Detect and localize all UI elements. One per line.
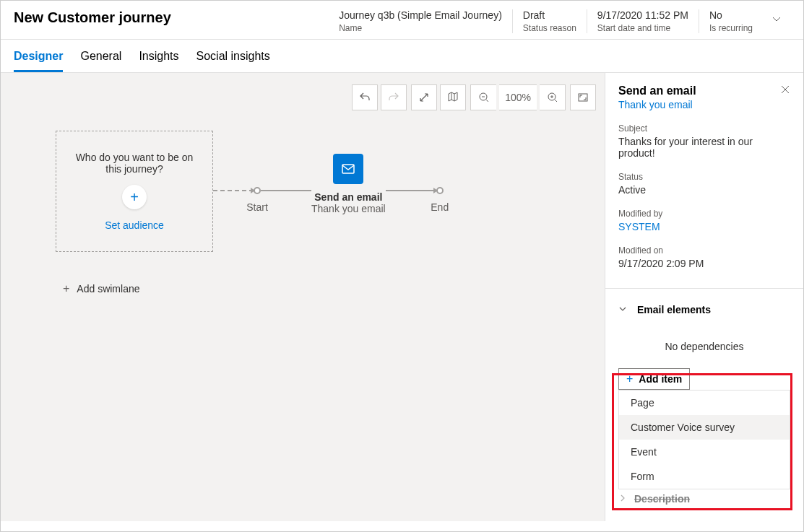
svg-rect-3 (342, 165, 354, 173)
modified-by-label: Modified by (618, 209, 790, 219)
modified-on-value: 9/17/2020 2:09 PM (618, 258, 790, 269)
canvas[interactable]: 100% Who do you want to be on this journ… (1, 73, 605, 521)
redo-button[interactable] (381, 84, 407, 110)
plus-icon: + (130, 189, 139, 206)
tabs: Designer General Insights Social insight… (1, 40, 803, 73)
header-meta: Journey q3b (Simple Email Journey) Name … (329, 9, 763, 33)
set-audience-link[interactable]: Set audience (105, 219, 164, 231)
zoom-level: 100% (499, 84, 537, 110)
email-node[interactable]: Send an email Thank you email (311, 154, 386, 214)
elements-section-title: Email elements (637, 304, 711, 315)
add-item-label: Add item (639, 373, 682, 385)
side-panel: Send an email Thank you email Subject Th… (605, 73, 803, 521)
audience-prompt: Who do you want to be on this journey? (68, 152, 201, 175)
add-item-dropdown: Page Customer Voice survey Event Form (618, 390, 790, 489)
email-elements-section[interactable]: Email elements (618, 303, 790, 316)
no-dependencies-text: No dependencies (618, 341, 790, 352)
dropdown-item-customer-voice[interactable]: Customer Voice survey (619, 415, 790, 440)
zoom-in-button[interactable] (540, 84, 566, 110)
description-section[interactable]: Description (618, 492, 790, 505)
tab-social-insights[interactable]: Social insights (196, 40, 270, 72)
body: 100% Who do you want to be on this journ… (1, 73, 803, 521)
meta-start-date[interactable]: 9/17/2020 11:52 PM Start date and time (587, 9, 699, 33)
chevron-right-icon (618, 492, 627, 505)
dropdown-item-page[interactable]: Page (619, 391, 790, 415)
add-swimlane-label: Add swimlane (77, 283, 139, 295)
dropdown-item-form[interactable]: Form (619, 464, 790, 489)
end-node[interactable]: End (436, 187, 444, 194)
tab-designer[interactable]: Designer (14, 40, 63, 72)
expand-header-icon[interactable] (763, 9, 790, 33)
email-node-title: Send an email (314, 191, 382, 203)
status-label: Status (618, 172, 790, 182)
end-label: End (431, 201, 449, 213)
connector (386, 190, 436, 191)
divider (605, 288, 803, 289)
tab-insights[interactable]: Insights (139, 40, 178, 72)
email-node-subtitle: Thank you email (311, 203, 386, 214)
connector (261, 190, 311, 191)
zoom-out-button[interactable] (470, 84, 496, 110)
panel-email-link[interactable]: Thank you email (618, 99, 790, 110)
meta-status[interactable]: Draft Status reason (512, 9, 587, 33)
subject-value: Thanks for your interest in our product! (618, 136, 790, 159)
dropdown-item-event[interactable]: Event (619, 440, 790, 464)
add-audience-button[interactable]: + (122, 185, 147, 209)
page-title: New Customer journey (14, 9, 329, 33)
add-swimlane-button[interactable]: + Add swimlane (63, 282, 140, 295)
fit-screen-button[interactable] (411, 84, 437, 110)
chevron-down-icon (618, 303, 627, 316)
status-value: Active (618, 184, 790, 196)
meta-name[interactable]: Journey q3b (Simple Email Journey) Name (329, 9, 512, 33)
journey-flow: Who do you want to be on this journey? +… (56, 131, 444, 252)
fullscreen-button[interactable] (570, 84, 596, 110)
canvas-toolbar: 100% (352, 84, 596, 110)
subject-label: Subject (618, 123, 790, 134)
undo-button[interactable] (352, 84, 378, 110)
connector (213, 190, 254, 191)
plus-icon: + (63, 282, 69, 295)
start-node[interactable]: Start (254, 187, 261, 194)
description-title: Description (634, 493, 690, 505)
minimap-button[interactable] (440, 84, 466, 110)
modified-on-label: Modified on (618, 245, 790, 256)
modified-by-value[interactable]: SYSTEM (618, 221, 790, 232)
header: New Customer journey Journey q3b (Simple… (1, 1, 803, 40)
tab-general[interactable]: General (80, 40, 121, 72)
add-item-button[interactable]: + Add item (618, 368, 690, 390)
start-label: Start (246, 201, 268, 213)
email-icon (333, 154, 363, 184)
audience-box[interactable]: Who do you want to be on this journey? +… (56, 131, 213, 252)
close-icon[interactable] (780, 84, 790, 97)
plus-icon: + (626, 372, 633, 385)
meta-recurring[interactable]: No Is recurring (699, 9, 763, 33)
panel-title: Send an email (618, 84, 696, 97)
